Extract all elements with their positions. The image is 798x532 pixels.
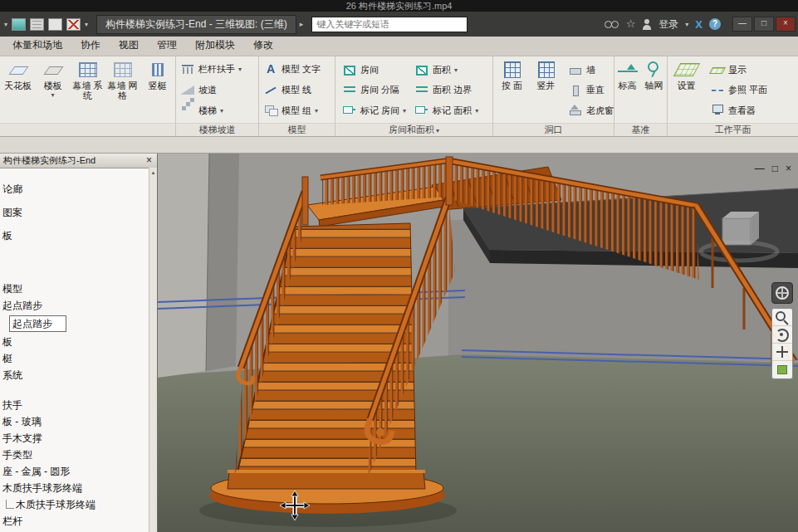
tag-room-button[interactable]: 标记 房间 ▾ xyxy=(340,101,409,120)
title-nav-icon[interactable]: ▸ xyxy=(300,20,304,28)
tree-item[interactable]: 木质扶手球形终端 xyxy=(0,496,149,513)
tree-item[interactable]: 手类型 xyxy=(0,447,149,463)
shaft-icon xyxy=(536,60,557,80)
view-minimize-button[interactable]: — xyxy=(755,164,765,173)
scroll-up-icon[interactable]: ▲ xyxy=(149,168,157,175)
floor-button[interactable]: 楼板 ▾ xyxy=(37,58,69,123)
shaft-button[interactable]: 竖井 xyxy=(530,58,562,123)
model-line-button[interactable]: 模型 线 xyxy=(261,80,333,100)
panel-label-datum[interactable]: 基准 xyxy=(614,123,667,136)
restore-button[interactable]: □ xyxy=(754,17,774,32)
tree-item[interactable]: 起点踏步 xyxy=(0,297,149,314)
showcase-icon[interactable] xyxy=(772,361,792,378)
panel-label-build xyxy=(0,123,175,136)
tree-item[interactable]: 梃 xyxy=(0,350,149,367)
opening-by-face-button[interactable]: 按 面 xyxy=(496,58,528,123)
dropdown-icon: ▾ xyxy=(454,66,458,74)
close-button[interactable]: × xyxy=(776,17,796,32)
exchange-apps-icon[interactable]: X xyxy=(695,18,703,31)
view-close-button[interactable]: × xyxy=(786,164,791,173)
tab-modify[interactable]: 修改 xyxy=(244,35,282,56)
stair-button[interactable]: 楼梯 ▾ xyxy=(178,100,257,120)
left-wall[interactable] xyxy=(158,154,239,378)
curtain-system-button[interactable]: 幕墙 系统 xyxy=(71,58,104,123)
ceiling-button[interactable]: 天花板 xyxy=(2,58,34,123)
tab-massing-site[interactable]: 体量和场地 xyxy=(3,35,71,56)
curtain-grid-button[interactable]: 幕墙 网格 xyxy=(106,58,139,123)
tree-item[interactable]: 手木支撑 xyxy=(0,430,149,447)
steering-wheel-icon[interactable] xyxy=(771,282,793,304)
area-tag-icon xyxy=(414,104,429,117)
3d-view-canvas[interactable] xyxy=(158,154,798,532)
user-icon[interactable] xyxy=(642,19,652,30)
area-boundary-button[interactable]: 面积 边界 xyxy=(412,81,481,100)
view-restore-button[interactable]: □ xyxy=(772,164,778,173)
model-text-button[interactable]: 模型 文字 xyxy=(261,59,333,79)
tree-item-selected[interactable]: 起点踏步 xyxy=(7,315,149,332)
sheet-icon[interactable] xyxy=(48,18,62,31)
pan-icon[interactable] xyxy=(772,344,792,361)
zoom-icon[interactable] xyxy=(772,309,792,326)
set-workplane-button[interactable]: 设置 xyxy=(670,58,703,123)
panel-label-opening[interactable]: 洞口 xyxy=(493,123,614,136)
vertical-opening-button[interactable]: 垂直 xyxy=(565,81,610,100)
browser-scrollbar[interactable]: ▲ xyxy=(149,168,157,532)
tab-collaborate[interactable]: 协作 xyxy=(71,35,110,56)
set-workplane-icon xyxy=(676,60,698,80)
search-binoculars-icon[interactable] xyxy=(604,20,619,29)
orbit-icon[interactable] xyxy=(772,326,792,344)
login-dropdown-icon[interactable]: ▾ xyxy=(685,21,688,28)
tree-item[interactable]: 论廊 xyxy=(0,178,149,201)
close-view-icon[interactable] xyxy=(66,18,81,31)
tree-item[interactable]: 图案 xyxy=(0,201,149,224)
tree-item[interactable]: 木质扶手球形终端 xyxy=(0,480,149,496)
panel-label-workplane[interactable]: 工作平面 xyxy=(668,123,798,136)
favorites-star-icon[interactable]: ☆ xyxy=(626,19,636,29)
panel-close-icon[interactable]: × xyxy=(144,156,154,165)
level-button[interactable]: 标高 xyxy=(615,58,640,123)
search-input[interactable] xyxy=(311,17,468,32)
view-list-icon[interactable] xyxy=(30,18,44,31)
panel-label-room-area[interactable]: 房间和面积▾ xyxy=(335,123,492,136)
show-workplane-button[interactable]: 显示 xyxy=(707,61,770,80)
tree-item[interactable]: 栏杆 xyxy=(0,513,149,530)
tree-item[interactable]: 模型 xyxy=(0,281,149,297)
tree-item[interactable]: 座 - 金属 - 圆形 xyxy=(0,463,149,480)
tab-view[interactable]: 视图 xyxy=(110,35,148,56)
quick-access-arrow-icon[interactable]: ▾ xyxy=(4,21,7,28)
tree-item[interactable]: 扶手 xyxy=(0,397,149,413)
login-label[interactable]: 登录 xyxy=(658,17,678,32)
model-group-button[interactable]: 模型 组 ▾ xyxy=(261,100,333,120)
tree-item[interactable]: 板 - 玻璃 xyxy=(0,413,149,430)
schedule-icon[interactable] xyxy=(12,18,26,31)
panel-label-circulation[interactable]: 楼梯坡道 xyxy=(176,123,258,136)
document-title: 构件楼梯实例练习-End - 三维视图: (三维) xyxy=(96,15,296,34)
room-separator-button[interactable]: 房间 分隔 xyxy=(340,81,409,100)
panel-label-model[interactable]: 模型 xyxy=(259,123,335,136)
tree-item[interactable]: 板 xyxy=(0,334,149,350)
opening-by-face-icon xyxy=(502,60,523,80)
app-titlebar: ▾ ▾ 构件楼梯实例练习-End - 三维视图: (三维) ▸ ☆ 登录 ▾ X… xyxy=(0,12,798,37)
ribbon-panel-opening: 按 面 竖井 墙 垂直 老 xyxy=(493,56,614,136)
grid-button[interactable]: 轴网 xyxy=(642,58,667,123)
tag-area-button[interactable]: 标记 面积 ▾ xyxy=(412,101,481,120)
tab-addins[interactable]: 附加模块 xyxy=(186,35,244,56)
railing-button[interactable]: 栏杆扶手 ▾ xyxy=(178,59,257,79)
room-button[interactable]: 房间 xyxy=(340,61,409,80)
tab-manage[interactable]: 管理 xyxy=(148,35,186,56)
viewer-button[interactable]: 查看器 xyxy=(707,101,770,120)
reference-plane-button[interactable]: 参照 平面 xyxy=(707,81,770,100)
tree-item[interactable]: 系统 xyxy=(0,367,149,383)
toolbar-more-icon[interactable]: ▾ xyxy=(85,21,88,28)
ramp-button[interactable]: 坡道 xyxy=(178,80,257,100)
help-icon[interactable]: ? xyxy=(709,18,721,30)
wall-opening-button[interactable]: 墙 xyxy=(565,61,610,80)
ribbon-panel-room-area: 房间 房间 分隔 标记 房间 ▾ 面积 xyxy=(335,56,493,136)
mullion-button[interactable]: 竖梃 xyxy=(141,58,174,123)
tree-item[interactable]: 板 xyxy=(0,224,149,247)
project-browser-tree: 论廊 图案 板 模型 起点踏步 起点踏步 板 梃 系统 扶手 板 - 玻璃 手木… xyxy=(0,168,149,532)
viewport[interactable]: — □ × xyxy=(158,154,798,532)
dormer-opening-button[interactable]: 老虎窗 xyxy=(565,101,610,120)
area-button[interactable]: 面积 ▾ xyxy=(412,61,481,80)
minimize-button[interactable]: — xyxy=(732,17,752,32)
